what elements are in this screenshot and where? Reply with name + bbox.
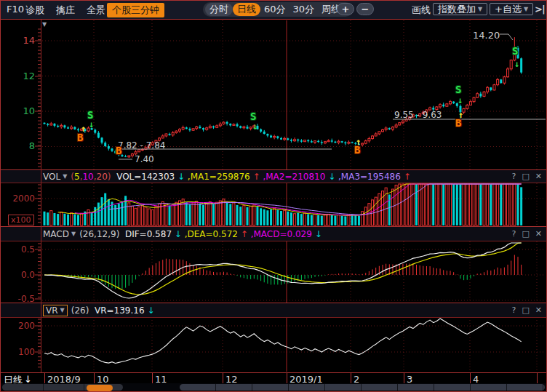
readout-segment: ↓ — [312, 229, 322, 239]
time-tick — [537, 373, 538, 384]
readout-segment: ↑ — [250, 172, 260, 182]
readout-segment: ,MA1=259876 — [185, 172, 250, 182]
scrollbar-thumb[interactable] — [87, 385, 113, 391]
toolbar: F10 诊股 擒庄 全景 个股三分钟 分时 日线 60分 30分 周线▼ + −… — [1, 1, 546, 20]
time-tick — [94, 373, 95, 384]
chevron-down-icon: ▼ — [60, 307, 65, 313]
vr-line — [44, 319, 522, 364]
volume-bars — [44, 184, 523, 225]
help-icon[interactable]: ? — [512, 172, 516, 181]
help-icon[interactable]: ? — [512, 229, 516, 239]
scrollbar-track-left[interactable] — [2, 384, 123, 391]
readout-segment: 20 — [97, 172, 108, 182]
macd-histogram — [44, 255, 522, 289]
readout-segment: ↑ — [238, 229, 248, 239]
chart-scrollbar — [1, 383, 546, 391]
macd-indicator-selector[interactable]: MACD▼ — [43, 229, 76, 239]
chevron-down-icon: ▼ — [478, 4, 482, 15]
macd-lines — [44, 243, 522, 298]
tab-daily[interactable]: 日线 — [233, 3, 260, 16]
tab-30min[interactable]: 30分 — [290, 3, 319, 16]
candles — [44, 37, 523, 158]
chevron-down-icon: ▼ — [63, 173, 67, 180]
vol-indicator-selector[interactable]: VOL▼ — [43, 172, 67, 182]
collapse-panel-icon[interactable]: >| — [535, 4, 545, 15]
readout-segment: VR=139.16 — [95, 305, 145, 316]
time-tick — [287, 373, 287, 384]
readout-segment: ,MA3=195486 — [335, 172, 401, 182]
readout-segment: ↓ — [325, 172, 335, 182]
add-watchlist-dropdown[interactable]: +自选▼ — [490, 3, 533, 15]
volume-ma-lines — [58, 184, 522, 216]
tab-60min[interactable]: 60分 — [260, 3, 290, 16]
chevron-down-icon: ▼ — [71, 231, 76, 237]
time-tick — [470, 373, 471, 384]
vol-readout: (5,10,20) VOL=142303 ↓ ,MA1=259876 ↑ ,MA… — [71, 172, 410, 182]
vol-panel-header: VOL▼ (5,10,20) VOL=142303 ↓ ,MA1=259876 … — [1, 169, 546, 183]
help-icon[interactable]: ? — [512, 305, 516, 315]
readout-segment: 10 — [82, 172, 93, 182]
time-tick — [44, 373, 45, 384]
time-axis: 日线↓ 2018/91011122019/1234 — [1, 372, 546, 384]
time-tick — [351, 373, 351, 384]
period-tab-group: 分时 日线 60分 30分 周线▼ — [203, 2, 353, 17]
close-icon[interactable]: ✕ — [535, 305, 542, 315]
maximize-icon[interactable]: □ — [522, 229, 529, 239]
panorama-button[interactable]: 全景 — [87, 4, 105, 17]
time-tick — [404, 373, 404, 384]
readout-segment: (26,12,9) — [79, 229, 125, 239]
draw-line-button[interactable]: 画线 — [412, 4, 431, 17]
charts-canvas[interactable] — [1, 1, 546, 391]
readout-segment: ↓ — [172, 229, 182, 239]
close-icon[interactable]: ✕ — [535, 229, 542, 239]
f10-button[interactable]: F10 — [7, 4, 24, 15]
readout-segment: (26) — [71, 305, 95, 316]
vr-panel-header: VR▼ (26) VR=139.16 ↓ ? □ ✕ — [1, 303, 546, 318]
readout-segment: ,DEA=0.572 — [182, 229, 238, 239]
catch-banker-button[interactable]: 擒庄 — [56, 4, 75, 17]
zoom-out-button[interactable]: − — [356, 3, 374, 15]
tab-minute[interactable]: 分时 — [205, 3, 233, 16]
readout-segment: 5 — [74, 172, 80, 182]
readout-segment: ↓ — [145, 305, 155, 316]
maximize-icon[interactable]: □ — [522, 305, 529, 315]
maximize-icon[interactable]: □ — [522, 172, 529, 181]
readout-segment: VOL=142303 — [116, 172, 175, 182]
readout-segment: DIF=0.587 — [125, 229, 172, 239]
readout-segment: ,MACD=0.029 — [248, 229, 312, 239]
scrollbar-track-right[interactable] — [180, 384, 545, 391]
vr-indicator-selector[interactable]: VR▼ — [43, 305, 68, 316]
stock-3min-button[interactable]: 个股三分钟 — [107, 3, 164, 17]
macd-panel-header: MACD▼ (26,12,9) DIF=0.587 ↓ ,DEA=0.572 ↑… — [1, 226, 546, 241]
price-axis-line — [41, 20, 41, 372]
readout-segment: ↑ — [401, 172, 411, 182]
diagnose-stock-button[interactable]: 诊股 — [25, 4, 44, 17]
chevron-down-icon: ▼ — [524, 4, 528, 15]
close-icon[interactable]: ✕ — [535, 172, 542, 181]
stock-app-window: F10 诊股 擒庄 全景 个股三分钟 分时 日线 60分 30分 周线▼ + −… — [0, 0, 547, 392]
volume-unit-badge: x100 — [8, 215, 34, 225]
readout-segment: ,MA2=210810 — [260, 172, 326, 182]
zoom-in-button[interactable]: + — [337, 3, 354, 15]
vr-readout: (26) VR=139.16 ↓ — [71, 305, 155, 316]
readout-segment: ↓ — [175, 172, 185, 182]
readout-segment: ) — [108, 172, 116, 182]
main-indicator-caret[interactable]: ▼ — [42, 21, 47, 28]
index-overlay-dropdown[interactable]: 指数叠加▼ — [433, 3, 487, 15]
time-tick — [152, 373, 153, 384]
time-tick — [223, 373, 223, 384]
macd-readout: (26,12,9) DIF=0.587 ↓ ,DEA=0.572 ↑ ,MACD… — [79, 229, 322, 239]
